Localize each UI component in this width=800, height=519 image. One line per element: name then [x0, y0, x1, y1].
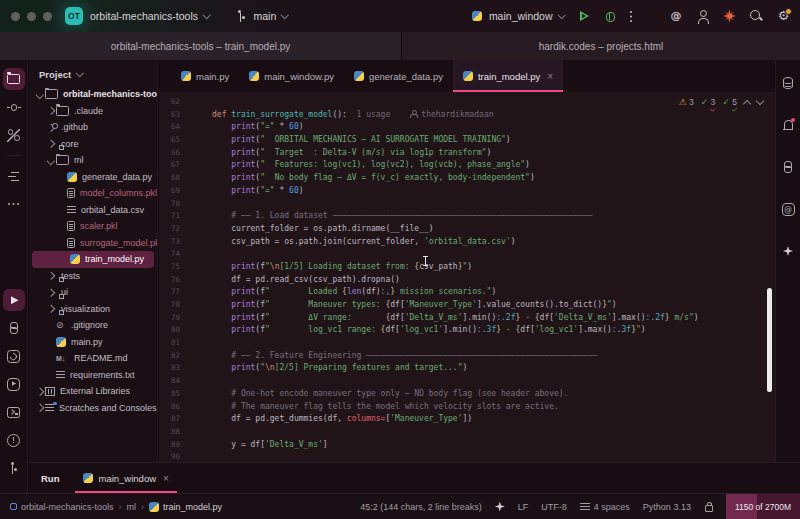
tab-generate_data.py[interactable]: generate_data.py	[344, 60, 453, 92]
breadcrumb-train_model.py[interactable]: train_model.py	[149, 502, 222, 512]
settings-gear-icon[interactable]	[776, 8, 791, 24]
tool-strip-run-button[interactable]	[3, 289, 25, 311]
tree-item-tests[interactable]: tests	[29, 268, 157, 285]
tree-item-External Libraries[interactable]: External Libraries	[29, 383, 157, 400]
status-widget-lock[interactable]	[704, 501, 713, 512]
tree-item-.github[interactable]: .github	[29, 119, 157, 136]
tree-item-orbital-mechanics-tools[interactable]: orbital-mechanics-tools~/	[29, 86, 157, 103]
status-widget-4[interactable]: 4 spaces	[580, 502, 630, 512]
code-line-76[interactable]: 76 df = pd.read_csv(csv_path).dropna()	[159, 274, 775, 287]
status-widget-45:2[interactable]: 45:2 (144 chars, 2 line breaks)	[360, 502, 482, 512]
editor-scrollbar[interactable]	[767, 288, 772, 392]
tool-strip-services-button[interactable]	[3, 373, 25, 395]
debug-button[interactable]	[604, 10, 616, 23]
project-badge[interactable]: OT	[65, 7, 83, 25]
run-tab-main-window[interactable]: main_window ×	[75, 463, 176, 493]
tool-strip-structure-button[interactable]	[3, 165, 25, 187]
tree-item-ui[interactable]: ui	[29, 284, 157, 301]
status-widget-python[interactable]: Python 3.13	[643, 502, 691, 512]
tool-strip-db-button[interactable]	[777, 72, 799, 94]
tool-strip-terminal-button[interactable]	[3, 401, 25, 423]
tree-item-train_model.py[interactable]: train_model.py	[32, 251, 154, 268]
code-line-77[interactable]: 77 print(f" Loaded {len(df):,} mission s…	[159, 286, 775, 299]
code-line-85[interactable]: 85 # One-hot encode maneuver type only —…	[159, 388, 775, 401]
code-line-90[interactable]: 90	[159, 451, 775, 462]
tool-strip-folder-button[interactable]	[3, 68, 25, 90]
code-line-88[interactable]: 88	[159, 426, 775, 439]
tool-strip-pycube-button[interactable]	[3, 345, 25, 367]
tree-item-ml[interactable]: ml	[29, 152, 157, 169]
tool-strip-py-mono-button[interactable]	[777, 156, 799, 178]
code-line-84[interactable]: 84	[159, 375, 775, 388]
tree-item-generate_data.py[interactable]: generate_data.py	[29, 169, 157, 186]
tree-item-.claude[interactable]: .claude	[29, 103, 157, 120]
tree-item-.gitignore[interactable]: .gitignore	[29, 317, 157, 334]
tree-item-surrogate_model.pkl[interactable]: surrogate_model.pkl	[29, 235, 157, 252]
chevron-right-icon[interactable]	[36, 404, 44, 412]
status-widget-lf[interactable]: LF	[518, 502, 529, 512]
search-everywhere-icon[interactable]	[749, 9, 763, 23]
code-line-65[interactable]: 65 print(" ORBITAL MECHANICS — AI SURROG…	[159, 134, 775, 147]
code-line-86[interactable]: 86 # The maneuver flag tells the model w…	[159, 401, 775, 414]
close-icon[interactable]: ×	[163, 473, 169, 484]
tree-item-main.py[interactable]: main.py	[29, 334, 157, 351]
tool-strip-more-h-button[interactable]	[3, 193, 25, 215]
code-line-78[interactable]: 78 print(f" Maneuver types: {df['Maneuve…	[159, 299, 775, 312]
code-line-68[interactable]: 68 print(" No body flag — ΔV = f(v_c) ex…	[159, 172, 775, 185]
code-line-81[interactable]: 81	[159, 337, 775, 350]
tool-strip-sparkle-button[interactable]	[777, 240, 799, 262]
whats-new-icon[interactable]	[723, 10, 736, 23]
code-editor[interactable]: 6263def train_surrogate_model(): 1 usage…	[159, 93, 775, 462]
code-line-67[interactable]: 67 print(" Features: log(vc1), log(vc2),…	[159, 159, 775, 172]
tree-item-scaler.pkl[interactable]: scaler.pkl	[29, 218, 157, 235]
tool-strip-bell-button[interactable]	[777, 114, 799, 136]
tree-item-README.md[interactable]: README.md	[29, 350, 157, 367]
ai-assistant-icon[interactable]	[669, 9, 683, 23]
tree-item-Scratches and Consoles[interactable]: Scratches and Consoles	[29, 400, 157, 417]
tool-strip-git-button[interactable]	[3, 457, 25, 479]
chevron-right-icon[interactable]	[47, 305, 55, 313]
code-line-87[interactable]: 87 df = pd.get_dummies(df, columns=['Man…	[159, 413, 775, 426]
code-line-79[interactable]: 79 print(f" ΔV range: {df['Delta_V_ms'].…	[159, 312, 775, 325]
code-line-63[interactable]: 63def train_surrogate_model(): 1 usage t…	[159, 109, 775, 122]
chevron-right-icon[interactable]	[47, 107, 55, 115]
code-line-74[interactable]: 74	[159, 248, 775, 261]
tool-strip-problems-button[interactable]	[3, 429, 25, 451]
previous-problem-icon[interactable]	[743, 99, 751, 107]
tab-main_window.py[interactable]: main_window.py	[239, 60, 344, 92]
tool-strip-py-mono-button[interactable]	[3, 317, 25, 339]
inspections-widget[interactable]: ⚠ 3 ✓ 3 ✓ 5	[679, 97, 764, 107]
code-line-89[interactable]: 89 y = df['Delta_V_ms']	[159, 439, 775, 452]
code-line-64[interactable]: 64 print("=" * 60)	[159, 121, 775, 134]
tool-strip-pr-button[interactable]	[3, 124, 25, 146]
memory-indicator[interactable]: 1150 of 2700M	[726, 494, 800, 519]
project-switcher[interactable]: orbital-mechanics-tools	[90, 10, 198, 22]
tab-main.py[interactable]: main.py	[171, 60, 239, 92]
run-button[interactable]	[578, 10, 591, 23]
close-window-button[interactable]	[11, 12, 20, 21]
tree-item-requirements.txt[interactable]: requirements.txt	[29, 367, 157, 384]
chevron-right-icon[interactable]	[47, 140, 55, 148]
code-line-66[interactable]: 66 print(" Target : Delta-V (m/s) via lo…	[159, 147, 775, 160]
status-widget-sparkle[interactable]	[495, 502, 505, 512]
tab-train_model.py[interactable]: train_model.py×	[453, 60, 563, 92]
vcs-branch-widget[interactable]: main	[235, 10, 287, 23]
breadcrumb-ml[interactable]: ml	[127, 502, 137, 512]
status-widget-utf-8[interactable]: UTF-8	[541, 502, 567, 512]
code-line-73[interactable]: 73 csv_path = os.path.join(current_folde…	[159, 236, 775, 249]
code-line-72[interactable]: 72 current_folder = os.path.dirname(__fi…	[159, 223, 775, 236]
tool-strip-commit-button[interactable]	[3, 96, 25, 118]
chevron-right-icon[interactable]	[47, 288, 55, 296]
next-problem-icon[interactable]	[756, 96, 764, 104]
background-window-title-left[interactable]: orbital-mechanics-tools – train_model.py	[0, 32, 402, 60]
breadcrumb-orbital-mechanics-tools[interactable]: orbital-mechanics-tools	[10, 502, 114, 512]
code-line-82[interactable]: 82 # —— 2. Feature Engineering —————————…	[159, 350, 775, 363]
tree-item-orbital_data.csv[interactable]: orbital_data.csv	[29, 202, 157, 219]
code-line-69[interactable]: 69 print("=" * 60)	[159, 185, 775, 198]
chevron-down-icon[interactable]	[36, 90, 44, 98]
chevron-down-icon[interactable]	[47, 156, 55, 164]
tree-item-model_columns.pkl[interactable]: model_columns.pkl	[29, 185, 157, 202]
project-panel-header[interactable]: Project	[29, 60, 157, 86]
chevron-right-icon[interactable]	[47, 272, 55, 280]
tree-item-visualization[interactable]: visualization	[29, 301, 157, 318]
